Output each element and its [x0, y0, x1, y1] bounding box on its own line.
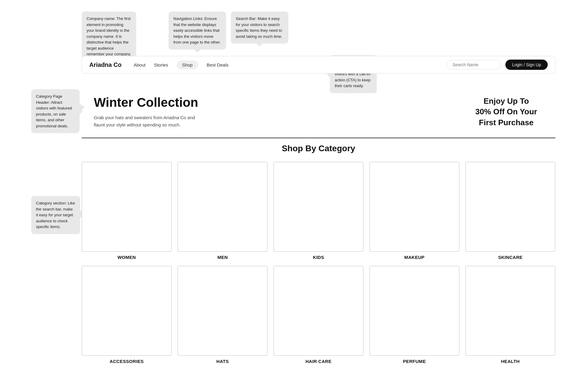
category-title: Shop By Category	[82, 144, 555, 153]
category-item-health[interactable]: HEALTH	[465, 266, 555, 364]
category-label-skincare: SKINCARE	[498, 255, 523, 260]
category-item-perfume[interactable]: PERFUME	[369, 266, 459, 364]
hero-title: Winter Collection	[94, 95, 198, 110]
hero-divider	[82, 138, 555, 138]
category-item-makeup[interactable]: MAKEUP	[369, 162, 459, 260]
nav-shop[interactable]: Shop	[177, 60, 198, 69]
category-item-haircare[interactable]: HAIR CARE	[274, 266, 363, 364]
category-label-men: MEN	[217, 255, 228, 260]
category-box-makeup	[369, 162, 459, 252]
category-label-makeup: MAKEUP	[404, 255, 425, 260]
tooltip-category-section: Category section: Like the search bar, m…	[31, 196, 80, 234]
category-item-kids[interactable]: KIDS	[274, 162, 363, 260]
category-label-health: HEALTH	[501, 359, 520, 364]
category-item-hats[interactable]: HATS	[178, 266, 268, 364]
hero-promo: Enjoy Up To 30% Off On Your First Purcha…	[475, 96, 537, 128]
category-box-women	[82, 162, 172, 252]
category-label-women: WOMEN	[117, 255, 136, 260]
category-box-hats	[178, 266, 268, 356]
hero-section: Winter Collection Grab your hats and swe…	[82, 86, 555, 135]
category-box-haircare	[274, 266, 363, 356]
category-box-skincare	[465, 162, 555, 252]
category-item-women[interactable]: WOMEN	[82, 162, 172, 260]
category-grid: WOMEN MEN KIDS MAKEUP SKINCARE ACCESSORI…	[82, 162, 555, 364]
category-item-men[interactable]: MEN	[178, 162, 268, 260]
login-button[interactable]: Login / Sign Up	[505, 60, 548, 70]
nav-about[interactable]: About	[134, 62, 146, 67]
category-label-hats: HATS	[216, 359, 229, 364]
category-box-perfume	[369, 266, 459, 356]
brand-name: Ariadna Co	[89, 61, 122, 68]
tooltip-nav-links: Navigation Links: Ensure that the websit…	[169, 11, 226, 50]
category-box-health	[465, 266, 555, 356]
hero-promo-text: Enjoy Up To 30% Off On Your First Purcha…	[475, 96, 537, 128]
category-label-haircare: HAIR CARE	[305, 359, 331, 364]
category-box-accessories	[82, 266, 172, 356]
tooltip-category-header: Category Page Header: Attract visitors w…	[31, 89, 80, 133]
navbar: Ariadna Co About Stories Shop Best Deals…	[82, 56, 555, 74]
hero-text: Winter Collection Grab your hats and swe…	[94, 95, 198, 129]
category-item-skincare[interactable]: SKINCARE	[465, 162, 555, 260]
category-box-men	[178, 162, 268, 252]
nav-links: About Stories Shop Best Deals	[134, 60, 447, 69]
nav-best-deals[interactable]: Best Deals	[207, 62, 229, 67]
search-input[interactable]	[447, 60, 501, 70]
category-label-perfume: PERFUME	[403, 359, 426, 364]
category-label-accessories: ACCESSORIES	[110, 359, 144, 364]
tooltip-search-bar: Search Bar: Make it easy for your visito…	[231, 11, 288, 44]
category-box-kids	[274, 162, 363, 252]
category-label-kids: KIDS	[313, 255, 324, 260]
hero-description: Grab your hats and sweaters from Ariadna…	[94, 114, 197, 129]
nav-stories[interactable]: Stories	[154, 62, 168, 67]
tooltip-company-name: Company name: The first element in promo…	[82, 11, 136, 61]
category-item-accessories[interactable]: ACCESSORIES	[82, 266, 172, 364]
category-section: Shop By Category WOMEN MEN KIDS MAKEUP S…	[82, 144, 555, 364]
